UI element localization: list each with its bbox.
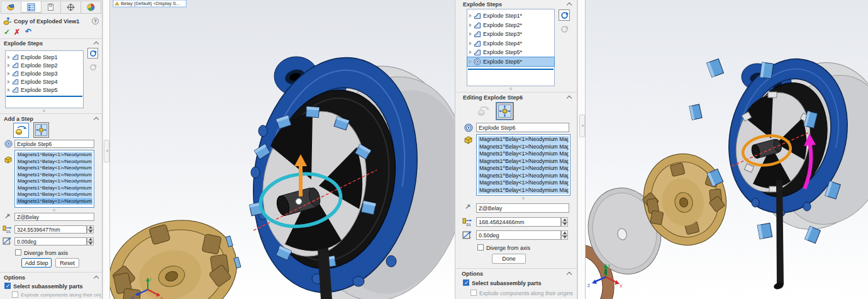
explode-steps-header[interactable]: Explode Steps <box>4 40 43 47</box>
reset-button[interactable]: Reset <box>55 258 79 268</box>
collapse-chevron-icon[interactable] <box>94 276 99 281</box>
spin-down-icon[interactable] <box>561 222 568 227</box>
distance-spinner[interactable] <box>561 217 568 227</box>
add-step-button[interactable]: Add Step <box>21 258 52 268</box>
component-row[interactable]: Magnets1^Belay<1>/Neodymium Magn <box>16 198 92 205</box>
explode-step-tool-button-2[interactable] <box>559 23 570 35</box>
tab-feature-manager[interactable] <box>21 1 42 13</box>
options-header[interactable]: Options <box>462 271 483 277</box>
panel-splitter-left[interactable] <box>103 0 110 299</box>
splitter-handle[interactable] <box>579 115 585 137</box>
collapse-chevron-icon[interactable] <box>567 96 572 101</box>
angle-spinner[interactable] <box>561 230 568 240</box>
editing-step-header[interactable]: Editing Explode Step6 <box>463 94 523 101</box>
splitter-handle[interactable] <box>104 140 109 162</box>
direction-reference-field[interactable]: Z@Belay <box>14 213 94 221</box>
assembly-tree-root[interactable]: Belay (Default) <Display S... <box>113 0 186 7</box>
resize-dot[interactable] <box>43 110 45 112</box>
resize-dot[interactable] <box>522 197 525 200</box>
expand-arrow-icon[interactable] <box>469 50 472 54</box>
spin-down-icon[interactable] <box>87 230 94 234</box>
component-row[interactable]: Magnets1^Belay<1>/Neodymium Magn <box>16 165 92 172</box>
options-header[interactable]: Options <box>4 274 25 281</box>
collapse-chevron-icon[interactable] <box>94 117 99 122</box>
explode-step-row[interactable]: Explode Step5* <box>467 48 554 57</box>
diverge-from-axis-checkbox[interactable] <box>15 249 21 256</box>
manipulator-origin-dot[interactable] <box>296 199 302 205</box>
help-icon[interactable]: ? <box>92 18 99 25</box>
explode-step-row[interactable]: Explode Step4 <box>6 77 83 86</box>
component-row[interactable]: Magnets1^Belay<1>/Neodymium Magn <box>478 136 569 144</box>
expand-arrow-icon[interactable] <box>8 80 10 84</box>
expand-arrow-icon[interactable] <box>469 23 472 27</box>
rollback-bar[interactable] <box>6 96 82 97</box>
resize-dot[interactable] <box>509 87 512 90</box>
component-row[interactable]: Magnets1^Belay<1>/Neodymium Magn <box>16 152 92 159</box>
radial-explode-step-button[interactable] <box>33 122 49 138</box>
step-name-field[interactable]: Explode Step6 <box>476 123 569 132</box>
viewport-3d-main-canvas[interactable]: Belay (Default) <Display S... Y X Z <box>110 0 455 299</box>
diverge-from-axis-checkbox[interactable] <box>477 244 484 251</box>
direction-reference-field[interactable]: Z@Belay <box>476 203 569 213</box>
component-row[interactable]: Magnets1^Belay<1>/Neodymium Magn <box>478 150 569 158</box>
viewport-3d-secondary-canvas[interactable]: Y X Z <box>586 0 868 299</box>
expand-arrow-icon[interactable] <box>469 60 472 64</box>
expand-arrow-icon[interactable] <box>8 88 10 92</box>
expand-arrow-icon[interactable] <box>8 72 10 76</box>
explode-origins-checkbox[interactable] <box>470 290 477 296</box>
component-row[interactable]: Magnets1^Belay<1>/Neodymium Magn <box>16 172 92 179</box>
explode-step-row[interactable]: Explode Step3* <box>467 30 554 39</box>
collapse-chevron-icon[interactable] <box>567 272 572 277</box>
select-subassembly-checkbox[interactable] <box>463 279 469 286</box>
explode-step-row[interactable]: Explode Step3 <box>6 69 83 77</box>
expand-arrow-icon[interactable] <box>469 32 472 36</box>
rotation-angle-field[interactable]: 0.50deg <box>476 230 561 240</box>
distance-spinner[interactable] <box>87 225 94 234</box>
tab-configuration-manager[interactable] <box>42 1 62 13</box>
explode-step-row[interactable]: Explode Step5 <box>6 86 83 94</box>
angle-spinner[interactable] <box>87 237 94 245</box>
component-row[interactable]: Magnets1^Belay<1>/Neodymium Magn <box>16 159 92 166</box>
spin-up-icon[interactable] <box>561 230 568 235</box>
component-row[interactable]: Magnets1^Belay<1>/Neodymium Magn <box>478 172 569 180</box>
select-subassembly-checkbox[interactable] <box>4 283 11 289</box>
component-row[interactable]: Magnets1^Belay<1>/Neodymium Magn <box>478 187 569 195</box>
step-name-field[interactable]: Explode Step6 <box>14 140 94 148</box>
tab-assembly-visualization[interactable] <box>1 1 21 13</box>
expand-arrow-icon[interactable] <box>469 42 472 45</box>
explode-steps-header[interactable]: Explode Steps <box>463 1 502 8</box>
expand-arrow-icon[interactable] <box>469 14 472 18</box>
explode-step-tool-button-2[interactable] <box>87 62 98 72</box>
regular-explode-step-button[interactable] <box>13 123 29 138</box>
explode-distance-field[interactable]: 324.55396477mm <box>14 225 87 234</box>
spin-down-icon[interactable] <box>561 235 568 240</box>
component-row[interactable]: Magnets1^Belay<1>/Neodymium Magn <box>16 178 92 185</box>
rollback-bar[interactable] <box>468 69 554 70</box>
component-row[interactable]: Magnets1^Belay<1>/Neodymium Magn <box>478 144 569 151</box>
explode-step-row[interactable]: Explode Step2 <box>6 61 83 69</box>
ok-button[interactable]: ✓ <box>4 28 10 37</box>
cancel-button[interactable]: ✗ <box>14 28 20 37</box>
spin-up-icon[interactable] <box>561 217 568 222</box>
viewport-3d-main[interactable]: Belay (Default) <Display S... Y X Z <box>110 0 455 299</box>
viewport-3d-secondary[interactable]: Y X Z <box>586 0 868 299</box>
radial-explode-step-button[interactable] <box>496 103 513 120</box>
component-row[interactable]: Magnets1^Belay<1>/Neodymium Magn <box>478 179 569 187</box>
component-row[interactable]: Magnets1^Belay<1>/Neodymium Magn <box>16 191 92 198</box>
explode-step-row[interactable]: Explode Step1 <box>6 53 83 61</box>
explode-step-row[interactable]: Explode Step1* <box>467 11 554 21</box>
explode-step-tool-button[interactable] <box>559 9 570 21</box>
expand-arrow-icon[interactable] <box>8 64 10 67</box>
tab-dimxpert-manager[interactable] <box>61 1 81 13</box>
add-a-step-header[interactable]: Add a Step <box>4 116 33 122</box>
component-row[interactable]: Magnets1^Belay<1>/Neodymium Magn <box>478 158 569 166</box>
explode-distance-field[interactable]: 168.45824466mm <box>476 217 561 227</box>
spin-down-icon[interactable] <box>87 242 94 246</box>
explode-step-row[interactable]: Explode Step2* <box>467 21 554 30</box>
tab-display-manager[interactable] <box>81 1 101 13</box>
undo-button[interactable]: ↶ <box>25 27 31 36</box>
explode-step-tool-button[interactable] <box>87 48 98 59</box>
expand-arrow-icon[interactable] <box>8 55 10 59</box>
resize-dot[interactable] <box>53 209 55 212</box>
explode-step-row-selected[interactable]: Explode Step6* <box>467 57 554 67</box>
